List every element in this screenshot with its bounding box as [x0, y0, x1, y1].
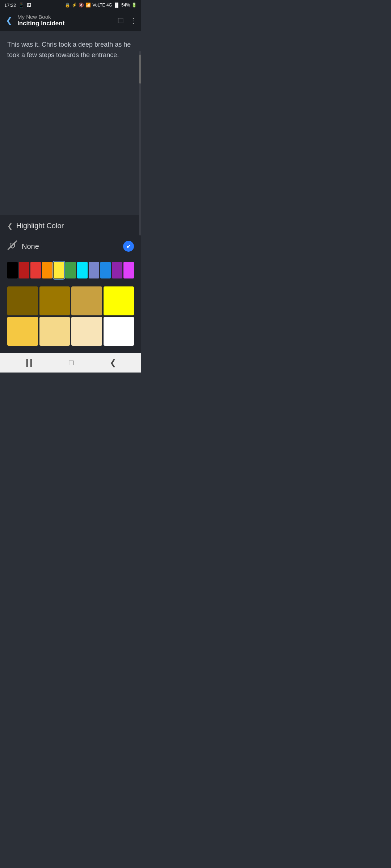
- status-bar: 17:22 📱 🖼 🔒 ⚡ 🔇 📶 VoLTE 4G ▐▌ 54% 🔋: [0, 0, 141, 10]
- book-name: My New Book: [17, 14, 114, 20]
- nav-home[interactable]: □: [69, 358, 73, 367]
- color-swatch-large-pale-golden[interactable]: [39, 317, 70, 346]
- top-bar-icons: ☐ ⋮: [117, 16, 137, 25]
- gallery-icon: 🖼: [26, 3, 31, 8]
- chapter-name: Inciting Incident: [17, 20, 114, 27]
- color-swatch-blue[interactable]: [100, 262, 111, 278]
- color-swatch-large-golden[interactable]: [71, 286, 102, 315]
- back-button[interactable]: ❮: [4, 14, 14, 27]
- shield-icon: 🔒: [65, 3, 70, 8]
- color-strip: [7, 262, 134, 278]
- color-swatch-large-white[interactable]: [104, 317, 134, 346]
- battery-percent: 54%: [121, 3, 130, 8]
- scrollbar[interactable]: [139, 51, 141, 235]
- mute-icon: 🔇: [79, 3, 84, 8]
- title-block: My New Book Inciting Incident: [17, 14, 114, 27]
- nav-recent-apps[interactable]: ‖‖: [25, 358, 33, 367]
- bluetooth-icon: ⚡: [72, 3, 77, 8]
- color-swatch-purple[interactable]: [112, 262, 122, 278]
- nav-back[interactable]: ❮: [110, 358, 116, 367]
- color-swatch-large-dark-golden[interactable]: [7, 286, 38, 315]
- nav-bar: ‖‖ □ ❮: [0, 353, 141, 373]
- none-row[interactable]: None ✔: [7, 239, 134, 254]
- editor-area[interactable]: This was it. Chris took a deep breath as…: [0, 31, 141, 215]
- more-options-icon[interactable]: ⋮: [130, 16, 137, 25]
- color-swatch-large-very-pale-yellow[interactable]: [71, 317, 102, 346]
- highlight-header: ❮ Highlight Color: [7, 222, 134, 230]
- reader-view-icon[interactable]: ☐: [117, 16, 124, 25]
- color-swatch-yellow[interactable]: [54, 262, 64, 278]
- color-swatch-black[interactable]: [7, 262, 18, 278]
- no-highlight-icon: [7, 240, 17, 252]
- color-swatch-red[interactable]: [30, 262, 41, 278]
- time-display: 17:22: [4, 3, 16, 8]
- none-label: None: [22, 242, 39, 251]
- none-left: None: [7, 240, 39, 252]
- color-swatch-cyan[interactable]: [77, 262, 88, 278]
- color-grid: [7, 286, 134, 346]
- wifi-icon: 📶: [85, 3, 91, 8]
- color-swatch-magenta[interactable]: [123, 262, 134, 278]
- color-swatch-dark-red[interactable]: [19, 262, 29, 278]
- status-right: 🔒 ⚡ 🔇 📶 VoLTE 4G ▐▌ 54% 🔋: [65, 3, 137, 8]
- scrollbar-thumb: [139, 55, 141, 84]
- selected-check: ✔: [123, 241, 134, 252]
- highlight-title: Highlight Color: [16, 222, 64, 230]
- color-swatch-light-blue[interactable]: [89, 262, 99, 278]
- color-swatch-green[interactable]: [65, 262, 76, 278]
- top-bar: ❮ My New Book Inciting Incident ☐ ⋮: [0, 10, 141, 31]
- editor-content: This was it. Chris took a deep breath as…: [7, 39, 134, 60]
- sim-icon: 📱: [18, 3, 24, 8]
- highlight-color-panel: ❮ Highlight Color None ✔: [0, 215, 141, 353]
- signal-bars: ▐▌: [114, 3, 120, 8]
- battery-icon: 🔋: [131, 3, 137, 8]
- status-left: 17:22 📱 🖼: [4, 3, 31, 8]
- color-swatch-large-bright-yellow[interactable]: [104, 286, 134, 315]
- color-swatch-orange[interactable]: [42, 262, 52, 278]
- color-swatch-large-golden-dark[interactable]: [39, 286, 70, 315]
- color-swatch-large-light-golden[interactable]: [7, 317, 38, 346]
- highlight-back-button[interactable]: ❮: [7, 222, 13, 230]
- signal-text: VoLTE 4G: [92, 3, 112, 8]
